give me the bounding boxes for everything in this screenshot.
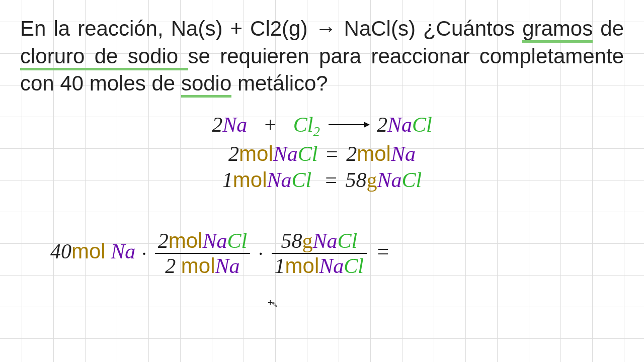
r1-na-a: Na xyxy=(273,142,298,165)
f2d-mol: mol xyxy=(285,254,319,278)
problem-statement: En la reacción, Na(s) + Cl2(g) → NaCl(s)… xyxy=(20,15,624,98)
plus-sign: + xyxy=(263,113,277,136)
r2-na-b: Na xyxy=(377,168,401,192)
r2-g: g xyxy=(366,168,377,192)
f1d-na: Na xyxy=(215,254,239,278)
calc-na: Na xyxy=(111,240,135,263)
r2-num-a: 1 xyxy=(222,168,233,192)
calc-eq: = xyxy=(374,240,392,263)
species-cl2: Cl xyxy=(412,113,432,136)
species-na: Na xyxy=(222,113,247,136)
r1-na-b: Na xyxy=(391,142,416,165)
r1-num-a: 2 xyxy=(228,142,239,165)
f2d-cl: Cl xyxy=(344,254,364,278)
r1-eq: = xyxy=(323,142,341,165)
pencil-cursor-icon: +✎ xyxy=(268,298,276,308)
fraction-1: 2molNaCl 2 molNa xyxy=(155,229,250,278)
f1d-mol: mol xyxy=(181,254,215,278)
calc-40: 40 xyxy=(50,240,71,263)
f2d-1: 1 xyxy=(275,254,285,278)
dot-1: · xyxy=(141,243,148,264)
problem-text-1: En la reacción, Na(s) + Cl2(g) → NaCl(s)… xyxy=(20,17,522,40)
r2-na-a: Na xyxy=(267,168,292,192)
coef-2b: 2 xyxy=(377,113,387,136)
ul-cloruro: cloruro de sodio xyxy=(20,44,188,70)
problem-text-4: metálico? xyxy=(231,71,328,95)
fraction-2: 58gNaCl 1molNaCl xyxy=(272,229,367,278)
f2n-g: g xyxy=(302,229,312,252)
r1-mol-a: mol xyxy=(239,142,273,165)
f2d-na: Na xyxy=(319,254,344,278)
species-cl: Cl xyxy=(293,113,313,136)
r2-num-b: 58 xyxy=(345,168,366,192)
r2-cl-b: Cl xyxy=(401,168,422,192)
balanced-equation: 2Na + Cl2 2NaCl xyxy=(20,113,624,140)
r2-eq: = xyxy=(322,168,340,192)
f2n-cl: Cl xyxy=(337,229,357,252)
r2-cl-a: Cl xyxy=(292,168,312,192)
r1-mol-b: mol xyxy=(357,142,391,165)
species-na2: Na xyxy=(387,113,412,136)
worked-solution: 2Na + Cl2 2NaCl 2molNaCl = 2molNa 1molNa… xyxy=(20,113,624,192)
f1n-mol: mol xyxy=(169,229,203,252)
f1n-cl: Cl xyxy=(227,229,247,252)
f2n-58: 58 xyxy=(281,229,302,252)
dimensional-analysis: 40mol Na · 2molNaCl 2 molNa · 58gNaCl 1m… xyxy=(50,229,392,278)
reaction-arrow-icon xyxy=(329,124,369,125)
sub-2: 2 xyxy=(313,124,320,139)
ul-sodio: sodio xyxy=(181,71,231,98)
f1n-na: Na xyxy=(202,229,227,252)
f2n-na: Na xyxy=(312,229,337,252)
problem-text-2: de xyxy=(593,17,624,40)
f1n-2: 2 xyxy=(158,229,169,252)
r1-num-b: 2 xyxy=(346,142,357,165)
dot-2: · xyxy=(258,243,265,264)
page-content: En la reacción, Na(s) + Cl2(g) → NaCl(s)… xyxy=(0,0,644,209)
calc-mol: mol xyxy=(71,239,106,263)
r1-cl-a: Cl xyxy=(298,142,318,165)
r2-mol-a: mol xyxy=(233,168,267,192)
f1d-2: 2 xyxy=(165,254,176,278)
mole-relation-1: 2molNaCl = 2molNa xyxy=(20,142,624,166)
mole-relation-2: 1molNaCl = 58gNaCl xyxy=(20,168,624,192)
coef-2a: 2 xyxy=(212,113,222,136)
ul-gramos: gramos xyxy=(522,17,593,43)
